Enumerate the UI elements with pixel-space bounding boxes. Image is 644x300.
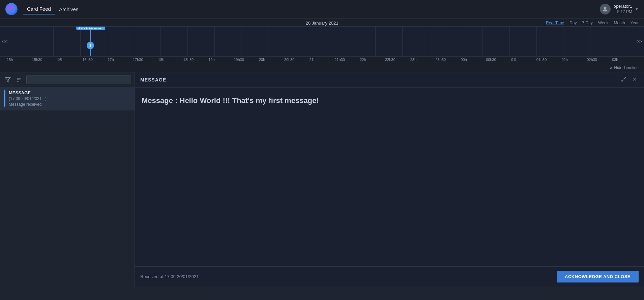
- app-header: Card Feed Archives operator1 5:17 PM ▼: [0, 0, 644, 19]
- grid-col: [27, 27, 54, 56]
- tl-label: 21h: [310, 58, 335, 62]
- user-name: operator1: [613, 4, 632, 9]
- tl-label: 02h30: [587, 58, 612, 62]
- app-logo[interactable]: [5, 3, 18, 15]
- timeline-chart[interactable]: << >> 20/01/21 17:17 1: [0, 26, 644, 57]
- search-input[interactable]: [26, 75, 131, 84]
- message-header-actions: [620, 76, 639, 84]
- grid-col: [241, 27, 268, 56]
- tl-label: 00h: [461, 58, 486, 62]
- tl-label: 19h30: [234, 58, 259, 62]
- avatar: [600, 4, 611, 14]
- timeline-cursor-label: 20/01/21 17:17: [76, 26, 105, 30]
- view-7day[interactable]: 7 Day: [582, 21, 593, 25]
- timeline-nav-right[interactable]: >>: [635, 36, 644, 47]
- timeline-labels-row: 15h 15h30 16h 16h30 17h 17h30 18h 18h30 …: [0, 57, 644, 63]
- tl-label: 17h30: [133, 58, 158, 62]
- grid-col: [376, 27, 403, 56]
- tl-label: 02h: [562, 58, 587, 62]
- tl-label: 15h30: [32, 58, 57, 62]
- card-title: MESSAGE: [9, 90, 130, 95]
- nav-tabs: Card Feed Archives: [23, 4, 600, 14]
- main-content: MESSAGE (17:09 20/01/2021 - ) Message re…: [0, 72, 644, 287]
- grid-col: [188, 27, 215, 56]
- view-realtime[interactable]: Real Time: [546, 21, 564, 25]
- tl-label: 16h30: [82, 58, 108, 62]
- sort-button[interactable]: [15, 75, 24, 84]
- tl-label: 22h30: [385, 58, 410, 62]
- view-day[interactable]: Day: [569, 21, 577, 25]
- grid-col: [510, 27, 537, 56]
- tab-card-feed[interactable]: Card Feed: [23, 4, 55, 14]
- timeline-grid: [0, 27, 644, 56]
- card-content: MESSAGE (17:09 20/01/2021 - ) Message re…: [9, 90, 130, 107]
- message-header: MESSAGE: [135, 72, 644, 88]
- svg-line-5: [624, 77, 626, 79]
- view-year[interactable]: Year: [631, 21, 639, 25]
- grid-col: [429, 27, 456, 56]
- svg-marker-1: [5, 77, 10, 82]
- message-panel-title: MESSAGE: [140, 77, 166, 82]
- header-right: operator1 5:17 PM ▼: [600, 4, 639, 14]
- grid-col: [537, 27, 564, 56]
- tl-label: 01h30: [536, 58, 562, 62]
- list-item[interactable]: MESSAGE (17:09 20/01/2021 - ) Message re…: [0, 87, 135, 110]
- grid-col: [456, 27, 483, 56]
- card-subtitle: (17:09 20/01/2021 - ): [9, 96, 130, 101]
- left-panel: MESSAGE (17:09 20/01/2021 - ) Message re…: [0, 72, 135, 287]
- timeline-section: 20 January 2021 Real Time Day 7 Day Week…: [0, 19, 644, 63]
- grid-col: [54, 27, 81, 56]
- view-week[interactable]: Week: [598, 21, 608, 25]
- tl-label: 20h: [259, 58, 284, 62]
- timeline-view-options: Real Time Day 7 Day Week Month Year: [546, 21, 639, 25]
- tl-label: 21h30: [334, 58, 360, 62]
- right-panel: MESSAGE Mess: [135, 72, 644, 287]
- grid-col: [107, 27, 134, 56]
- grid-col: [81, 27, 108, 56]
- received-label: Received at 17:09 20/01/2021: [140, 274, 199, 279]
- timeline-cursor: 20/01/21 17:17: [90, 27, 91, 56]
- message-body: Message : Hello World !!! That's my firs…: [135, 88, 644, 266]
- grid-col: [268, 27, 295, 56]
- left-panel-toolbar: [0, 72, 135, 87]
- close-button[interactable]: [631, 76, 639, 84]
- grid-col: [403, 27, 430, 56]
- card-accent-bar: [4, 90, 5, 107]
- grid-col: [349, 27, 376, 56]
- tl-label: 19h: [208, 58, 234, 62]
- svg-line-6: [622, 79, 623, 81]
- tl-label: 18h: [158, 58, 183, 62]
- filter-button[interactable]: [3, 75, 12, 84]
- tl-label: 01h: [511, 58, 536, 62]
- user-time: 5:17 PM: [613, 9, 632, 15]
- tl-label: 03h: [612, 58, 637, 62]
- hide-timeline-row: ∧ Hide Timeline: [0, 63, 644, 72]
- acknowledge-close-button[interactable]: ACKNOWLEDGE AND CLOSE: [557, 271, 639, 282]
- hide-timeline-button[interactable]: ∧ Hide Timeline: [610, 65, 639, 70]
- grid-col: [161, 27, 188, 56]
- resize-button[interactable]: [620, 76, 628, 84]
- grid-col: [590, 27, 617, 56]
- card-status: Message received: [9, 102, 130, 107]
- user-info: operator1 5:17 PM: [613, 4, 632, 14]
- tl-label: 18h30: [183, 58, 209, 62]
- grid-col: [483, 27, 510, 56]
- user-dropdown-arrow[interactable]: ▼: [635, 7, 639, 11]
- timeline-nav-left[interactable]: <<: [0, 36, 9, 47]
- hide-timeline-label: Hide Timeline: [614, 65, 639, 70]
- tl-label: 00h30: [486, 58, 511, 62]
- chevron-up-icon: ∧: [610, 65, 613, 70]
- tl-label: 23h: [410, 58, 436, 62]
- tl-label: 17h: [108, 58, 133, 62]
- message-text: Message : Hello World !!! That's my firs…: [142, 96, 637, 106]
- grid-col: [563, 27, 590, 56]
- grid-col: [134, 27, 161, 56]
- timeline-event-dot[interactable]: 1: [87, 42, 94, 49]
- tl-label: 22h: [360, 58, 385, 62]
- view-month[interactable]: Month: [614, 21, 625, 25]
- svg-point-0: [604, 7, 607, 9]
- grid-col: [295, 27, 322, 56]
- tl-label: 16h: [57, 58, 83, 62]
- tab-archives[interactable]: Archives: [55, 4, 83, 14]
- grid-col: [322, 27, 349, 56]
